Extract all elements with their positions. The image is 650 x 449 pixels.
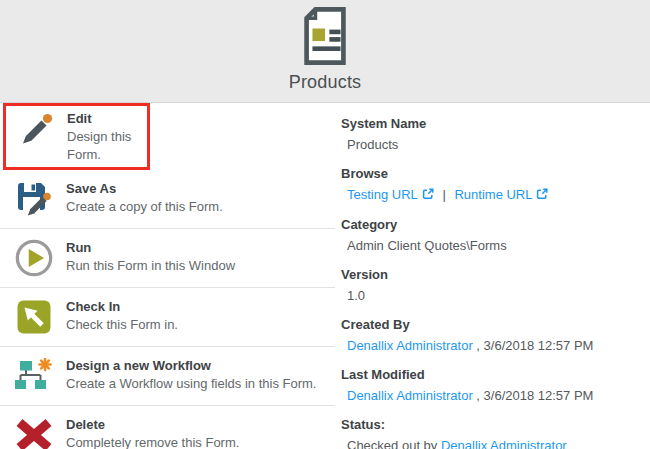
modified-by-user-link[interactable]: Denallix Administrator bbox=[347, 388, 473, 403]
detail-value: 1.0 bbox=[341, 286, 593, 305]
action-subtitle: Design this Form. bbox=[67, 128, 147, 164]
action-title: Design a new Workflow bbox=[66, 357, 316, 375]
detail-value: Products bbox=[341, 135, 593, 154]
form-details-page: Products Edit Design this F bbox=[0, 0, 650, 449]
action-save-as[interactable]: Save As Create a copy of this Form. bbox=[0, 170, 335, 228]
action-title: Delete bbox=[66, 416, 239, 434]
content: Edit Design this Form. bbox=[0, 103, 650, 449]
detail-system-name: System Name Products bbox=[341, 114, 593, 154]
edit-highlight-box: Edit Design this Form. bbox=[3, 103, 150, 170]
detail-last-modified: Last Modified Denallix Administrator , 3… bbox=[341, 365, 593, 405]
detail-browse: Browse Testing URL | Runtime URL bbox=[341, 164, 593, 205]
action-design-workflow[interactable]: Design a new Workflow Create a Workflow … bbox=[0, 346, 335, 405]
detail-label: Browse bbox=[341, 164, 593, 183]
detail-created-by: Created By Denallix Administrator , 3/6/… bbox=[341, 315, 593, 355]
detail-status: Status: Checked out by Denallix Administ… bbox=[341, 415, 593, 449]
detail-label: Last Modified bbox=[341, 365, 593, 384]
checked-out-by-user-link[interactable]: Denallix Administrator bbox=[441, 438, 567, 449]
created-date: , 3/6/2018 12:57 PM bbox=[476, 338, 593, 353]
action-title: Check In bbox=[66, 298, 178, 316]
form-document-icon bbox=[296, 6, 354, 70]
runtime-url-link[interactable]: Runtime URL bbox=[454, 187, 532, 202]
modified-date: , 3/6/2018 12:57 PM bbox=[476, 388, 593, 403]
delete-x-icon bbox=[14, 415, 54, 449]
created-by-user-link[interactable]: Denallix Administrator bbox=[347, 338, 473, 353]
status-text: Checked out by bbox=[347, 438, 437, 449]
detail-label: Created By bbox=[341, 315, 593, 334]
action-subtitle: Check this Form in. bbox=[66, 316, 178, 334]
run-icon bbox=[14, 238, 54, 278]
detail-version: Version 1.0 bbox=[341, 265, 593, 305]
detail-label: Version bbox=[341, 265, 593, 284]
actions-list: Edit Design this Form. bbox=[0, 103, 335, 449]
detail-label: System Name bbox=[341, 114, 593, 133]
check-in-icon bbox=[14, 297, 54, 337]
detail-label: Status: bbox=[341, 415, 593, 434]
action-subtitle: Completely remove this Form. bbox=[66, 434, 239, 449]
testing-url-link[interactable]: Testing URL bbox=[347, 187, 418, 202]
pencil-icon bbox=[17, 109, 57, 149]
detail-value: Admin Client Quotes\Forms bbox=[341, 236, 593, 255]
detail-category: Category Admin Client Quotes\Forms bbox=[341, 215, 593, 255]
action-title: Edit bbox=[67, 110, 147, 128]
external-link-icon[interactable] bbox=[422, 186, 434, 205]
action-subtitle: Run this Form in this Window bbox=[66, 257, 235, 275]
action-subtitle: Create a copy of this Form. bbox=[66, 198, 223, 216]
external-link-icon[interactable] bbox=[536, 186, 548, 205]
action-title: Run bbox=[66, 239, 235, 257]
action-check-in[interactable]: Check In Check this Form in. bbox=[0, 287, 335, 346]
action-subtitle: Create a Workflow using fields in this F… bbox=[66, 375, 316, 393]
action-edit[interactable]: Edit Design this Form. bbox=[0, 103, 335, 170]
save-as-icon bbox=[14, 179, 54, 219]
link-separator: | bbox=[442, 187, 445, 202]
form-header: Products bbox=[0, 0, 650, 103]
page-title: Products bbox=[289, 72, 362, 93]
workflow-icon bbox=[14, 356, 54, 396]
action-run[interactable]: Run Run this Form in this Window bbox=[0, 228, 335, 287]
details-panel: System Name Products Browse Testing URL … bbox=[341, 103, 593, 449]
action-delete[interactable]: Delete Completely remove this Form. bbox=[0, 405, 335, 449]
detail-label: Category bbox=[341, 215, 593, 234]
action-title: Save As bbox=[66, 180, 223, 198]
